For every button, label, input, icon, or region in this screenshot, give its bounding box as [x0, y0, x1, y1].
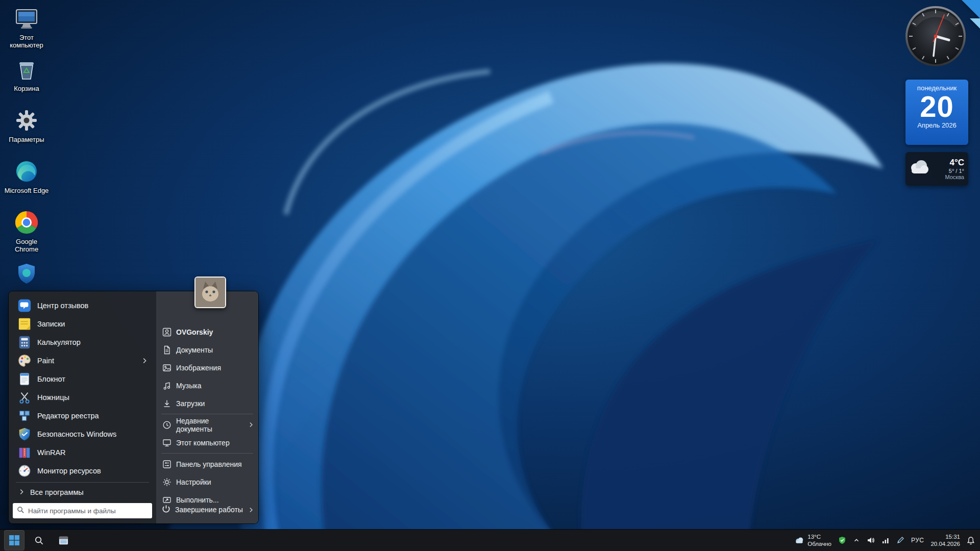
calendar-month-year: Апрель 2026 — [905, 121, 968, 129]
desktop-icon-chrome[interactable]: Google Chrome — [3, 208, 50, 259]
start-item-snipping-tool[interactable]: Ножницы — [13, 388, 152, 407]
desktop-icon-label: Google Chrome — [4, 238, 49, 254]
desktop: Этот компьютер Корзина — [0, 0, 980, 551]
start-item-pictures[interactable]: Изображения — [156, 359, 258, 377]
weather-temperature: 4°C — [945, 158, 964, 168]
start-item-label: Загрузки — [176, 399, 205, 408]
search-input[interactable] — [28, 507, 148, 515]
taskbar-search-button[interactable] — [29, 530, 49, 550]
windows-logo-icon — [9, 535, 20, 546]
start-item-notepad[interactable]: Блокнот — [13, 370, 152, 388]
desktop-icon-label: Параметры — [9, 136, 44, 144]
shutdown-label: Завершение работы — [175, 506, 243, 514]
desktop-icon-this-pc[interactable]: Этот компьютер — [3, 4, 50, 55]
notepad-icon — [17, 371, 32, 387]
chevron-right-icon — [248, 507, 254, 513]
start-item-calculator[interactable]: Калькулятор — [13, 333, 152, 352]
tray-date: 20.04.2026 — [930, 540, 960, 547]
start-item-label: Музыка — [176, 382, 202, 390]
calculator-icon — [17, 335, 32, 350]
divider — [16, 482, 149, 483]
start-item-label: WinRAR — [37, 448, 66, 457]
language-indicator[interactable]: РУС — [911, 537, 924, 544]
shutdown-button[interactable]: Завершение работы — [161, 502, 254, 517]
start-menu-programs-pane: Центр отзывов Записки Калькулятор — [9, 291, 156, 523]
weather-range: 5° / 1° — [945, 168, 964, 174]
start-item-registry-editor[interactable]: Редактор реестра — [13, 407, 152, 425]
start-item-label: Блокнот — [37, 375, 65, 383]
gadgets-handle-icon[interactable] — [962, 0, 980, 18]
start-item-this-pc[interactable]: Этот компьютер — [156, 434, 258, 452]
desktop-icon-settings[interactable]: Параметры — [3, 106, 50, 157]
shield-icon — [15, 262, 38, 287]
desktop-icon-list: Этот компьютер Корзина — [3, 4, 50, 310]
start-item-label: Безопасность Windows — [37, 430, 116, 438]
system-tray: 13°C Облачно РУС 15:31 20.04.2026 — [794, 533, 975, 548]
desktop-icon-edge[interactable]: Microsoft Edge — [3, 157, 50, 208]
scissors-icon — [17, 390, 32, 405]
download-icon — [162, 399, 172, 408]
chevron-up-icon[interactable] — [853, 537, 860, 544]
start-item-label: Калькулятор — [37, 338, 81, 346]
start-item-feedback-hub[interactable]: Центр отзывов — [13, 296, 152, 315]
user-name: OVGorskiy — [176, 328, 213, 336]
tray-weather-temp: 13°C — [807, 533, 831, 540]
start-item-paint[interactable]: Paint — [13, 352, 152, 370]
start-item-resource-monitor[interactable]: Монитор ресурсов — [13, 462, 152, 480]
start-item-downloads[interactable]: Загрузки — [156, 394, 258, 412]
sticky-note-icon — [17, 316, 32, 332]
desktop-icon-recycle-bin[interactable]: Корзина — [3, 55, 50, 106]
tray-clock[interactable]: 15:31 20.04.2026 — [930, 533, 960, 548]
taskbar-window-button[interactable] — [53, 530, 74, 550]
chevron-right-icon — [248, 421, 254, 428]
cloud-icon — [794, 536, 804, 544]
start-item-label: Изображения — [176, 364, 221, 372]
antivirus-icon[interactable] — [838, 536, 846, 544]
calendar-day: 20 — [905, 92, 968, 121]
start-search-box[interactable] — [13, 503, 152, 518]
start-item-music[interactable]: Музыка — [156, 377, 258, 394]
calendar-gadget[interactable]: понедельник 20 Апрель 2026 — [905, 80, 968, 145]
start-item-label: Настройки — [176, 478, 211, 486]
start-item-label: Записки — [37, 320, 65, 328]
clock-gadget[interactable] — [904, 5, 967, 67]
taskbar: 13°C Облачно РУС 15:31 20.04.2026 — [0, 530, 980, 551]
start-item-label: Paint — [37, 357, 54, 365]
start-item-settings[interactable]: Настройки — [156, 473, 258, 491]
desktop-icon-label: Корзина — [14, 85, 39, 93]
notifications-bell-icon[interactable] — [967, 536, 975, 545]
gear-icon — [15, 109, 38, 134]
desktop-icon-label: Microsoft Edge — [5, 187, 49, 195]
start-item-windows-security[interactable]: Безопасность Windows — [13, 425, 152, 443]
this-pc-icon — [15, 7, 38, 32]
app-window-icon — [58, 535, 69, 546]
all-programs-label: Все программы — [30, 488, 84, 496]
chrome-icon — [15, 211, 38, 236]
start-item-recent-documents[interactable]: Недавние документы — [156, 416, 258, 434]
start-item-user[interactable]: OVGorskiy — [156, 323, 258, 341]
start-item-documents[interactable]: Документы — [156, 341, 258, 359]
tray-weather-condition: Облачно — [807, 540, 831, 547]
start-item-label: Редактор реестра — [37, 412, 99, 420]
start-item-label: Монитор ресурсов — [37, 467, 101, 475]
control-panel-icon — [162, 460, 172, 469]
weather-gadget[interactable]: 4°C 5° / 1° Москва — [905, 152, 968, 186]
all-programs-button[interactable]: Все программы — [13, 485, 152, 500]
pen-icon[interactable] — [896, 536, 904, 544]
cloud-icon — [908, 159, 931, 179]
winrar-books-icon — [17, 445, 32, 460]
analog-clock-icon — [904, 5, 967, 67]
gear-icon — [162, 478, 172, 487]
start-item-winrar[interactable]: WinRAR — [13, 443, 152, 462]
network-icon[interactable] — [881, 536, 890, 544]
security-shield-icon — [17, 427, 32, 442]
volume-icon[interactable] — [867, 536, 875, 544]
start-button[interactable] — [4, 530, 24, 550]
tray-weather[interactable]: 13°C Облачно — [794, 533, 831, 548]
start-item-label: Недавние документы — [176, 417, 243, 433]
user-avatar[interactable] — [194, 277, 226, 308]
start-item-sticky-notes[interactable]: Записки — [13, 315, 152, 333]
clock-icon — [162, 420, 172, 430]
music-note-icon — [162, 381, 172, 390]
start-item-control-panel[interactable]: Панель управления — [156, 455, 258, 473]
